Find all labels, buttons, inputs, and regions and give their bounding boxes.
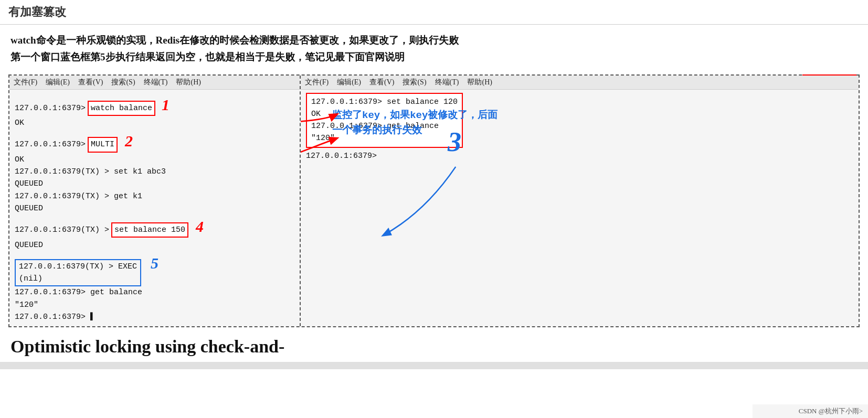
title-text: 有加塞篡改 [8,5,66,18]
left-line-4: 127.0.0.1:6379(TX) > get k1 [15,190,294,202]
left-line-1: 127.0.0.1:6379> watch balance 1 [15,93,294,117]
description-line1: watch命令是一种乐观锁的实现，Redis在修改的时候会检测数据是否被更改，如… [10,32,858,49]
left-line-6: 127.0.0.1:6379(TX) > EXEC(nil) 5 [15,251,294,287]
exec-block: 127.0.0.1:6379(TX) > EXEC(nil) [15,259,141,287]
menu-terminal-right[interactable]: 终端(T) [435,78,459,87]
menu-help-left[interactable]: 帮助(H) [176,78,200,87]
menu-edit-left[interactable]: 编辑(E) [46,78,70,87]
left-line-5: 127.0.0.1:6379(TX) > set balance 150 4 [15,215,294,239]
menu-file-right[interactable]: 文件(F) [305,78,329,87]
num2-annotation: 2 [125,129,133,154]
terminal-section: client2 文件(F) 编辑(E) 查看(V) 搜索(S) 终端(T) 帮助… [8,74,860,328]
menu-file-left[interactable]: 文件(F) [14,78,37,87]
menu-search-left[interactable]: 搜索(S) [111,78,135,87]
left-line-3: 127.0.0.1:6379(TX) > set k1 abc3 [15,166,294,178]
left-terminal-content: 127.0.0.1:6379> watch balance 1 OK 127.0… [9,90,300,327]
menu-view-right[interactable]: 查看(V) [369,78,394,87]
page-title: 有加塞篡改 [0,0,868,25]
left-queued-3: QUEUED [15,239,294,251]
annotation-line1: 监控了key，如果key被修改了，后面 [332,108,497,123]
left-ok-1: OK [15,117,294,129]
menu-help-right[interactable]: 帮助(H) [467,78,492,87]
right-terminal-content: 127.0.0.1:6379> set balance 120 OK 127.0… [301,90,859,165]
annotation-line2: 一个事务的执行失效 [332,123,497,138]
watch-balance-cmd: watch balance [88,101,155,116]
right-menubar: 文件(F) 编辑(E) 查看(V) 搜索(S) 终端(T) 帮助(H) [301,76,859,90]
left-ok-2: OK [15,154,294,166]
page-container: 有加塞篡改 watch命令是一种乐观锁的实现，Redis在修改的时候会检测数据是… [0,0,868,369]
left-menubar: 文件(F) 编辑(E) 查看(V) 搜索(S) 终端(T) 帮助(H) [9,76,300,90]
annotation-block: 监控了key，如果key被修改了，后面 一个事务的执行失效 [332,108,497,139]
num1-annotation: 1 [162,93,170,117]
left-120: "120" [15,299,294,311]
left-queued-1: QUEUED [15,178,294,190]
terminal-right: 文件(F) 编辑(E) 查看(V) 搜索(S) 终端(T) 帮助(H) 127.… [301,76,859,327]
right-prompt: 127.0.0.1:6379> [306,150,853,162]
menu-view-left[interactable]: 查看(V) [78,78,103,87]
right-set-balance: 127.0.0.1:6379> set balance 120 [311,96,458,108]
num5-annotation: 5 [151,251,158,276]
terminal-left: 文件(F) 编辑(E) 查看(V) 搜索(S) 终端(T) 帮助(H) 127.… [9,76,301,327]
set-balance-cmd: set balance 150 [111,222,188,238]
multi-cmd: MULTI [88,137,118,152]
left-queued-2: QUEUED [15,202,294,215]
scrollbar-bottom[interactable] [0,362,868,369]
left-prompt: 127.0.0.1:6379> ▌ [15,311,294,323]
desc2-text: 第一个窗口蓝色框第5步执行结果返回为空，也就是相当于是失败，笔记见最下面官网说明 [10,51,405,62]
desc1-text: watch命令是一种乐观锁的实现，Redis在修改的时候会检测数据是否被更改，如… [10,35,459,46]
description-line2: 第一个窗口蓝色框第5步执行结果返回为空，也就是相当于是失败，笔记见最下面官网说明 [10,49,858,66]
menu-terminal-left[interactable]: 终端(T) [144,78,168,87]
left-line-2: 127.0.0.1:6379> MULTI 2 [15,129,294,154]
description-block: watch命令是一种乐观锁的实现，Redis在修改的时候会检测数据是否被更改，如… [0,25,868,69]
csdn-label: CSDN @杭州下小雨> [753,404,868,418]
menu-edit-right[interactable]: 编辑(E) [337,78,361,87]
num4-annotation: 4 [196,215,204,239]
menu-search-right[interactable]: 搜索(S) [403,78,426,87]
left-get-balance: 127.0.0.1:6379> get balance [15,286,294,298]
bottom-heading: Optimistic locking using check-and- [0,327,868,362]
